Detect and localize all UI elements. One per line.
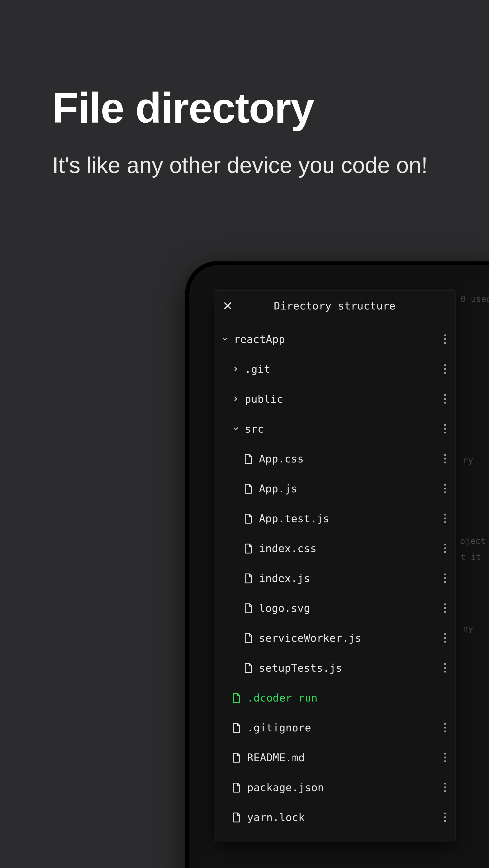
more-vert-icon[interactable]	[439, 632, 451, 644]
svg-point-34	[444, 667, 446, 669]
more-vert-icon[interactable]	[439, 752, 451, 763]
file-row-yarn-lock[interactable]: yarn.lock	[214, 802, 456, 832]
svg-point-11	[444, 432, 446, 434]
bg-hint-4: ny	[463, 624, 473, 633]
more-vert-icon[interactable]	[439, 811, 451, 823]
bg-hint-top: 0 used	[461, 294, 489, 304]
svg-point-4	[444, 368, 446, 370]
more-vert-icon[interactable]	[439, 363, 451, 375]
svg-point-18	[444, 514, 446, 516]
folder-row-reactapp[interactable]: reactApp	[214, 324, 456, 354]
hero-title: File directory	[52, 85, 441, 130]
chevron-right-icon[interactable]	[230, 395, 241, 402]
file-icon	[230, 722, 242, 733]
file-icon	[242, 513, 254, 524]
file-label: App.js	[259, 483, 439, 495]
svg-point-5	[444, 372, 446, 374]
svg-point-15	[444, 484, 446, 486]
svg-point-40	[444, 756, 446, 758]
file-label: .dcoder_run	[247, 692, 451, 704]
more-vert-icon[interactable]	[439, 662, 451, 674]
hero-subtitle: It's like any other device you code on!	[52, 152, 441, 179]
svg-point-44	[444, 790, 446, 792]
folder-row-src[interactable]: src	[214, 414, 456, 444]
device-screen: 0 used ry oject t it ny Directory struct…	[202, 285, 489, 868]
hero-block: File directory It's like any other devic…	[52, 85, 441, 179]
more-vert-icon[interactable]	[439, 722, 451, 733]
svg-point-0	[444, 334, 446, 336]
file-row--gitignore[interactable]: .gitignore	[214, 713, 456, 743]
svg-point-45	[444, 812, 446, 814]
file-row-serviceworker-js[interactable]: serviceWorker.js	[214, 623, 456, 653]
svg-point-10	[444, 428, 446, 430]
more-vert-icon[interactable]	[439, 423, 451, 434]
more-vert-icon[interactable]	[439, 542, 451, 554]
svg-point-3	[444, 364, 446, 366]
svg-point-23	[444, 551, 446, 553]
file-row-package-json[interactable]: package.json	[214, 772, 456, 802]
file-row-app-js[interactable]: App.js	[214, 474, 456, 503]
svg-point-32	[444, 641, 446, 643]
more-vert-icon[interactable]	[439, 453, 451, 464]
file-row-index-js[interactable]: index.js	[214, 563, 456, 593]
bg-hint-1: ry	[463, 455, 473, 465]
svg-point-39	[444, 753, 446, 755]
chevron-down-icon[interactable]	[230, 425, 241, 432]
file-row-logo-svg[interactable]: logo.svg	[214, 593, 456, 623]
file-row--dcoder-run[interactable]: .dcoder_run	[214, 683, 456, 713]
svg-point-24	[444, 574, 446, 575]
svg-point-28	[444, 607, 446, 609]
folder-row--git[interactable]: .git	[214, 354, 456, 384]
file-icon	[242, 632, 254, 644]
file-label: App.css	[259, 453, 439, 465]
device-frame: 0 used ry oject t it ny Directory struct…	[185, 261, 489, 868]
svg-point-19	[444, 518, 446, 519]
svg-point-42	[444, 783, 446, 784]
svg-point-12	[444, 454, 446, 456]
folder-label: public	[245, 393, 439, 405]
more-vert-icon[interactable]	[439, 602, 451, 614]
file-icon	[230, 752, 242, 763]
svg-point-38	[444, 731, 446, 732]
svg-point-7	[444, 398, 446, 400]
svg-point-21	[444, 544, 446, 546]
svg-point-17	[444, 491, 446, 493]
file-icon	[230, 692, 242, 704]
svg-point-47	[444, 820, 446, 822]
file-label: .gitignore	[247, 722, 439, 734]
close-icon[interactable]	[221, 299, 235, 313]
more-vert-icon[interactable]	[439, 782, 451, 793]
svg-point-22	[444, 547, 446, 549]
more-vert-icon[interactable]	[439, 483, 451, 494]
svg-point-35	[444, 671, 446, 673]
more-vert-icon[interactable]	[439, 572, 451, 584]
file-row-readme-md[interactable]: README.md	[214, 743, 456, 772]
file-row-setuptests-js[interactable]: setupTests.js	[214, 653, 456, 683]
svg-point-43	[444, 786, 446, 788]
file-row-app-test-js[interactable]: App.test.js	[214, 503, 456, 533]
file-icon	[242, 453, 254, 464]
svg-point-8	[444, 402, 446, 404]
panel-header: Directory structure	[214, 290, 456, 321]
file-icon	[242, 542, 254, 554]
svg-point-30	[444, 633, 446, 635]
svg-point-33	[444, 663, 446, 665]
file-icon	[242, 483, 254, 494]
file-row-app-css[interactable]: App.css	[214, 444, 456, 474]
more-vert-icon[interactable]	[439, 393, 451, 405]
file-row-index-css[interactable]: index.css	[214, 533, 456, 563]
svg-point-1	[444, 338, 446, 340]
file-icon	[242, 662, 254, 674]
folder-row-public[interactable]: public	[214, 384, 456, 414]
file-label: package.json	[247, 781, 439, 794]
more-vert-icon[interactable]	[439, 334, 451, 345]
chevron-right-icon[interactable]	[230, 366, 241, 373]
file-icon	[230, 811, 242, 823]
file-label: logo.svg	[259, 602, 439, 614]
more-vert-icon[interactable]	[439, 513, 451, 524]
svg-point-36	[444, 723, 446, 725]
svg-point-29	[444, 611, 446, 613]
chevron-down-icon[interactable]	[220, 336, 230, 343]
svg-point-2	[444, 342, 446, 344]
folder-label: .git	[245, 363, 439, 375]
